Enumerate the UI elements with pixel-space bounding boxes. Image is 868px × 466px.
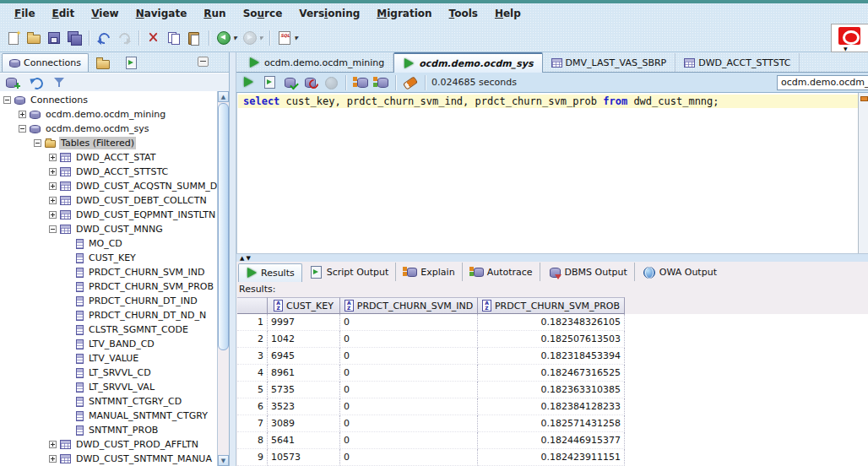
- expand-icon[interactable]: [19, 111, 26, 118]
- tab-reports[interactable]: [117, 53, 146, 72]
- data-cell[interactable]: 3089: [268, 415, 340, 432]
- results-tab-autotrace[interactable]: Autotrace: [463, 263, 540, 281]
- expand-icon[interactable]: [49, 197, 57, 204]
- forward-dropdown-icon[interactable]: [259, 35, 263, 41]
- menu-source[interactable]: Source: [236, 6, 290, 21]
- data-cell[interactable]: 0.182348326105: [478, 314, 625, 331]
- tree-item[interactable]: PRDCT_CHURN_SVM_PROB: [0, 279, 217, 294]
- rollback-icon[interactable]: [301, 73, 320, 91]
- back-icon[interactable]: [214, 29, 239, 46]
- results-tab-script-output[interactable]: Script Output: [302, 263, 397, 281]
- results-tab-dbms-output[interactable]: DBMS Output: [540, 263, 635, 281]
- tree-item[interactable]: PRDCT_CHURN_DT_ND_N: [0, 308, 217, 322]
- tree-item[interactable]: LTV_VALUE: [0, 351, 217, 366]
- tree-item[interactable]: DWD_CUST_EQPMNT_INSTLTN: [0, 208, 217, 222]
- tree-item[interactable]: ocdm.demo.ocdm_sys: [0, 122, 217, 136]
- connection-selector[interactable]: ocdm.demo.ocdm_sys: [777, 75, 868, 90]
- column-header-prdct_churn_svm_ind[interactable]: AZPRDCT_CHURN_SVM_IND: [340, 297, 478, 314]
- scroll-up-arrow[interactable]: [218, 91, 229, 102]
- expand-icon[interactable]: [49, 182, 57, 190]
- tree-item[interactable]: PRDCT_CHURN_SVM_IND: [0, 265, 217, 279]
- clear-icon[interactable]: [401, 73, 420, 91]
- splitter-collapse-up-button[interactable]: [240, 255, 244, 262]
- collapse-icon[interactable]: [3, 96, 11, 104]
- menu-help[interactable]: Help: [487, 6, 529, 21]
- tree-item[interactable]: Tables (Filtered): [0, 136, 217, 150]
- data-cell[interactable]: 0: [340, 415, 478, 432]
- data-cell[interactable]: 0.182363310385: [478, 382, 625, 398]
- column-header-prdct_churn_svm_prob[interactable]: AZPRDCT_CHURN_SVM_PROB: [478, 297, 625, 314]
- tree-item[interactable]: DWD_ACCT_STTSTC: [0, 165, 217, 179]
- tree-item[interactable]: DWD_CUST_DEBT_COLLCTN: [0, 193, 217, 208]
- tab-connections[interactable]: Connections: [2, 53, 89, 72]
- data-cell[interactable]: 0: [340, 398, 478, 415]
- results-tab-owa-output[interactable]: OWA Output: [635, 263, 724, 281]
- data-cell[interactable]: 0: [340, 449, 478, 466]
- tree-item[interactable]: DWD_CUST_PROD_AFFLTN: [0, 437, 217, 452]
- paste-icon[interactable]: [185, 29, 203, 46]
- scroll-down-arrow[interactable]: [218, 455, 229, 466]
- data-cell[interactable]: 0.182423911151: [478, 449, 625, 466]
- tree-item[interactable]: Connections: [0, 93, 217, 107]
- menu-navigate[interactable]: Navigate: [128, 6, 195, 21]
- redo-icon[interactable]: [115, 29, 133, 46]
- tree-item[interactable]: DWD_CUST_ACQSTN_SUMM_D: [0, 179, 217, 193]
- tree-item[interactable]: CUST_KEY: [0, 251, 217, 265]
- data-cell[interactable]: 0: [340, 314, 478, 331]
- open-folder-icon[interactable]: [24, 29, 43, 46]
- column-header-cust_key[interactable]: AZCUST_KEY: [268, 297, 340, 314]
- save-icon[interactable]: [45, 29, 63, 46]
- tree-item[interactable]: ocdm.demo.ocdm_mining: [0, 107, 217, 122]
- collapse-icon[interactable]: [49, 225, 57, 233]
- editor-results-splitter[interactable]: [236, 253, 868, 262]
- tree-item[interactable]: MO_CD: [0, 236, 217, 251]
- menu-versioning[interactable]: Versioning: [291, 6, 367, 21]
- menu-tools[interactable]: Tools: [442, 6, 486, 21]
- data-cell[interactable]: 0.182384128233: [478, 398, 625, 415]
- data-cell[interactable]: 1042: [268, 331, 340, 348]
- new-connection-icon[interactable]: [3, 73, 22, 91]
- minimize-panel-button[interactable]: [198, 57, 209, 67]
- data-cell[interactable]: 8961: [268, 365, 340, 382]
- autotrace-icon[interactable]: [372, 73, 390, 91]
- tree-item[interactable]: LT_SRVVL_CD: [0, 366, 217, 380]
- tree-item[interactable]: LT_SRVVL_VAL: [0, 380, 217, 394]
- expand-icon[interactable]: [49, 211, 57, 219]
- data-cell[interactable]: 9997: [268, 314, 340, 331]
- tree-item[interactable]: PRDCT_CHURN_DT_IND: [0, 294, 217, 308]
- row-number-cell[interactable]: 6: [237, 398, 268, 415]
- row-number-cell[interactable]: 7: [237, 415, 268, 432]
- data-cell[interactable]: 0: [340, 382, 478, 398]
- results-tab-explain[interactable]: Explain: [396, 263, 462, 281]
- data-cell[interactable]: 6945: [268, 348, 340, 365]
- expand-icon[interactable]: [49, 168, 57, 176]
- data-cell[interactable]: 0: [340, 331, 478, 348]
- menu-migration[interactable]: Migration: [369, 6, 439, 21]
- editor-tab[interactable]: DMV_LAST_VAS_SBRP: [543, 53, 676, 72]
- tree-item[interactable]: LTV_BAND_CD: [0, 337, 217, 351]
- data-cell[interactable]: 0.182446915377: [478, 432, 625, 449]
- row-number-cell[interactable]: 8: [237, 432, 268, 449]
- tree-item[interactable]: MANUAL_SNTMNT_CTGRY: [0, 409, 217, 423]
- sql-worksheet-dropdown-icon[interactable]: [294, 35, 298, 41]
- row-number-cell[interactable]: 4: [237, 365, 268, 382]
- copy-icon[interactable]: [165, 29, 183, 46]
- run-script-icon[interactable]: [261, 73, 279, 91]
- forward-icon[interactable]: [241, 29, 265, 46]
- scrollbar-thumb[interactable]: [218, 103, 229, 350]
- tree-item[interactable]: SNTMNT_CTGRY_CD: [0, 394, 217, 409]
- cut-icon[interactable]: [144, 29, 163, 46]
- collapse-icon[interactable]: [34, 139, 41, 147]
- tree-item[interactable]: DWD_CUST_MNNG: [0, 222, 217, 236]
- expand-icon[interactable]: [49, 154, 57, 161]
- tree-scrollbar[interactable]: [217, 91, 229, 466]
- data-cell[interactable]: 0: [340, 365, 478, 382]
- row-number-cell[interactable]: 1: [237, 314, 268, 331]
- menu-file[interactable]: File: [7, 6, 43, 21]
- tree-item[interactable]: DWD_CUST_SNTMNT_MANUA: [0, 452, 217, 466]
- panel-splitter[interactable]: [230, 52, 236, 466]
- row-number-cell[interactable]: 5: [237, 382, 268, 398]
- collapse-icon[interactable]: [19, 125, 26, 133]
- filter-icon[interactable]: [51, 73, 69, 91]
- editor-tab[interactable]: DWD_ACCT_STTSTC: [675, 53, 800, 72]
